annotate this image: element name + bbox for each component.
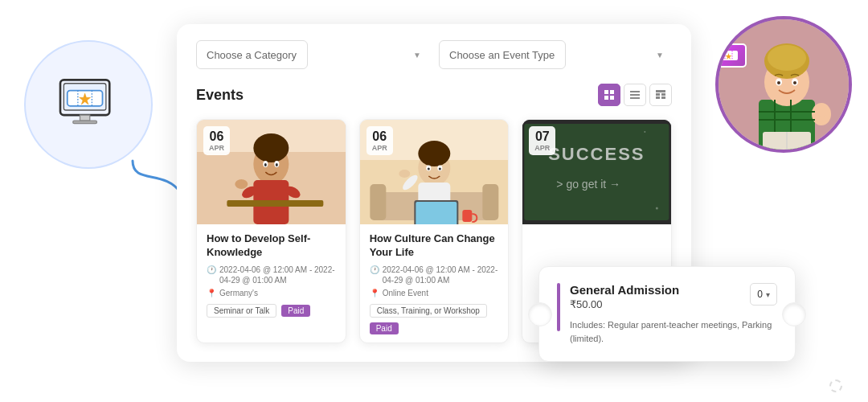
svg-point-32: [264, 163, 267, 166]
svg-rect-38: [482, 184, 498, 220]
svg-rect-14: [630, 94, 640, 96]
event-1-category-tag: Seminar or Talk: [207, 304, 276, 318]
event-card-1-body: How to Develop Self-Knowledge 🕐 2022-04-…: [197, 224, 346, 326]
quantity-value: 0: [757, 289, 763, 300]
admission-header: General Admission ₹50.00 0 ▾: [570, 283, 777, 318]
svg-point-64: [768, 45, 806, 71]
admission-title: General Admission: [570, 283, 679, 297]
event-1-date-badge: 06 APR: [203, 126, 230, 155]
event-2-date-badge: 06 APR: [366, 126, 393, 155]
svg-point-49: [399, 170, 410, 178]
svg-point-67: [777, 81, 780, 84]
small-ticket-icon: [719, 48, 739, 63]
svg-rect-20: [661, 96, 665, 99]
event-type-filter[interactable]: Choose an Event Type: [439, 40, 566, 69]
admission-card: General Admission ₹50.00 0 ▾ Includes: R…: [538, 266, 796, 362]
event-card-1-location: 📍 Germany's: [207, 289, 336, 297]
chevron-down-icon: ▾: [766, 290, 770, 299]
svg-point-43: [418, 141, 450, 166]
svg-rect-13: [630, 91, 640, 92]
event-1-paid-tag: Paid: [281, 305, 310, 317]
event-card-1-meta: 🕐 2022-04-06 @ 12:00 AM - 2022-04-29 @ 0…: [207, 265, 336, 285]
svg-rect-37: [370, 184, 386, 220]
svg-rect-9: [604, 90, 608, 94]
event-2-category-tag: Class, Training, or Workshop: [370, 304, 487, 318]
events-title: Events: [196, 87, 244, 104]
svg-rect-2: [80, 115, 90, 121]
svg-text:SUCCESS: SUCCESS: [549, 144, 645, 164]
list-view-button[interactable]: [624, 84, 646, 106]
svg-rect-12: [610, 96, 614, 100]
svg-rect-50: [462, 210, 472, 222]
svg-point-57: [645, 131, 646, 133]
location-icon-1: 📍: [207, 289, 216, 297]
svg-point-29: [253, 133, 289, 162]
svg-rect-3: [73, 121, 97, 124]
admission-description: Includes: Regular parent-teacher meeting…: [570, 318, 777, 345]
event-card-3-title: [532, 232, 661, 258]
svg-rect-16: [656, 90, 665, 92]
event-2-paid-tag: Paid: [370, 322, 399, 334]
portrait-illustration: [719, 19, 852, 153]
event-card-1-image: 06 APR: [197, 120, 346, 224]
admission-price: ₹50.00: [570, 298, 679, 310]
event-card-2-meta: 🕐 2022-04-06 @ 12:00 AM - 2022-04-29 @ 0…: [370, 265, 499, 285]
svg-rect-11: [604, 96, 608, 100]
event-card-1-tags: Seminar or Talk Paid: [207, 304, 336, 318]
svg-rect-25: [227, 200, 323, 207]
svg-point-46: [428, 168, 430, 170]
svg-rect-15: [630, 97, 640, 99]
event-3-day: 07: [534, 129, 550, 144]
admission-info: General Admission ₹50.00: [570, 283, 679, 318]
events-header: Events: [196, 84, 672, 106]
table-icon: [655, 89, 666, 100]
svg-text:> go get it →: > go get it →: [557, 178, 621, 191]
event-2-month: APR: [372, 144, 387, 153]
grid-view-button[interactable]: [598, 84, 620, 106]
ticket-icon: [52, 76, 125, 133]
svg-point-68: [793, 81, 796, 84]
admission-content: General Admission ₹50.00 0 ▾ Includes: R…: [570, 283, 777, 345]
category-filter[interactable]: Choose a Category: [196, 40, 308, 69]
svg-rect-42: [416, 202, 457, 224]
event-card-2-location: 📍 Online Event: [370, 289, 499, 297]
event-type-filter-wrapper[interactable]: Choose an Event Type: [439, 40, 672, 69]
svg-rect-18: [661, 93, 665, 96]
event-card-2-tags: Class, Training, or Workshop Paid: [370, 304, 499, 334]
clock-icon-1: 🕐: [207, 265, 216, 275]
quantity-selector[interactable]: 0 ▾: [750, 283, 777, 306]
view-toggles: [598, 84, 672, 106]
admission-accent-bar: [557, 283, 560, 331]
svg-rect-70: [818, 104, 826, 117]
filters-row: Choose a Category Choose an Event Type: [196, 40, 672, 69]
event-1-day: 06: [209, 129, 224, 144]
event-card-3-image: SUCCESS > go get it → 07 APR: [522, 120, 671, 224]
event-3-month: APR: [534, 144, 550, 153]
svg-point-47: [439, 168, 441, 170]
clock-icon-2: 🕐: [370, 265, 379, 275]
svg-point-56: [656, 207, 658, 210]
event-card-2-body: How Culture Can Change Your Life 🕐 2022-…: [360, 224, 509, 343]
right-circle-portrait: [715, 16, 852, 153]
event-card-2-image: 06 APR: [360, 120, 509, 224]
event-card-2-title: How Culture Can Change Your Life: [370, 232, 499, 260]
event-1-month: APR: [209, 144, 224, 153]
event-card-2[interactable]: 06 APR How Culture Can Change Your Life …: [359, 119, 510, 343]
event-2-day: 06: [372, 129, 387, 144]
category-filter-wrapper[interactable]: Choose a Category: [196, 40, 429, 69]
svg-point-33: [276, 163, 278, 166]
admission-dashed-border: [829, 379, 842, 392]
admission-card-inner: General Admission ₹50.00 0 ▾ Includes: R…: [557, 283, 777, 345]
svg-rect-17: [656, 93, 660, 96]
ticket-badge-overlay: [715, 43, 747, 68]
list-icon: [629, 89, 641, 100]
grid-icon: [604, 89, 615, 100]
svg-rect-19: [656, 96, 660, 99]
location-icon-2: 📍: [370, 289, 379, 297]
svg-rect-10: [610, 90, 614, 94]
event-3-date-badge: 07 APR: [529, 126, 555, 155]
left-icon-circle: [24, 40, 153, 169]
event-card-1[interactable]: 06 APR How to Develop Self-Knowledge 🕐 2…: [196, 119, 346, 343]
svg-point-28: [235, 179, 248, 189]
table-view-button[interactable]: [649, 84, 672, 106]
